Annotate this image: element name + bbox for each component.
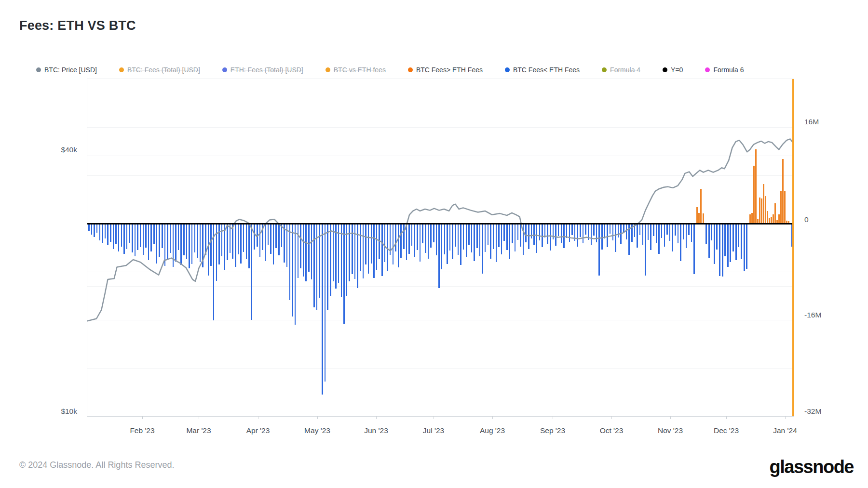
legend-dot-icon [326, 67, 330, 72]
x-axis-label: Feb '23 [130, 426, 154, 435]
right-axis-line [792, 79, 794, 416]
legend-item-eth-fees-total-usd[interactable]: ETH: Fees (Total) [USD] [222, 66, 303, 74]
legend-label: Formula 6 [713, 66, 744, 74]
legend-dot-icon [36, 67, 41, 72]
legend-item-btc-fees-eth-fees[interactable]: BTC Fees> ETH Fees [408, 66, 483, 74]
legend-dot-icon [602, 67, 607, 72]
chart-plot-area[interactable] [87, 79, 794, 417]
legend-label: BTC: Price [USD] [44, 66, 97, 74]
x-axis-tick [611, 416, 612, 419]
x-axis-label: Nov '23 [658, 426, 683, 435]
legend-dot-icon [705, 67, 710, 72]
x-axis-tick [726, 416, 727, 419]
y-axis-right-label: 0 [804, 215, 809, 224]
x-axis-tick [670, 416, 671, 419]
zero-reference-line [87, 223, 794, 224]
x-axis-tick [376, 416, 377, 419]
legend-item-y-0[interactable]: Y=0 [663, 66, 683, 74]
copyright-text: © 2024 Glassnode. All Rights Reserved. [19, 460, 174, 470]
legend-item-formula-4[interactable]: Formula 4 [602, 66, 640, 74]
x-axis-label: Aug '23 [480, 426, 505, 435]
y-axis-right-label: -16M [804, 311, 821, 319]
x-axis-tick [142, 416, 143, 419]
x-axis-label: Dec '23 [714, 426, 739, 435]
btc-price-line [87, 139, 794, 321]
legend-item-btc-vs-eth-fees[interactable]: BTC vs ETH fees [326, 66, 386, 74]
x-axis-tick [492, 416, 493, 419]
x-axis-label: Jan '24 [773, 426, 797, 435]
chart-legend: BTC: Price [USD]BTC: Fees (Total) [USD]E… [36, 66, 744, 74]
x-axis-label: Oct '23 [600, 426, 624, 435]
page-title: Fees: ETH VS BTC [19, 18, 136, 33]
x-axis-tick [258, 416, 258, 419]
x-axis-label: Mar '23 [186, 426, 211, 435]
x-axis-label: Sep '23 [540, 426, 565, 435]
legend-item-formula-6[interactable]: Formula 6 [705, 66, 744, 74]
x-axis-tick [317, 416, 318, 419]
x-axis-tick [553, 416, 553, 419]
legend-item-btc-fees-eth-fees[interactable]: BTC Fees< ETH Fees [505, 66, 580, 74]
legend-dot-icon [663, 67, 667, 72]
legend-label: BTC: Fees (Total) [USD] [127, 66, 200, 74]
x-axis-label: Jul '23 [423, 426, 444, 435]
y-axis-left-label: $10k [43, 407, 77, 416]
legend-dot-icon [222, 67, 227, 72]
glassnode-logo: glassnode [770, 457, 854, 477]
x-axis-label: May '23 [304, 426, 330, 435]
y-axis-right-label: -32M [804, 407, 821, 416]
legend-dot-icon [408, 67, 413, 72]
legend-label: BTC vs ETH fees [334, 66, 386, 74]
x-axis-tick [434, 416, 434, 419]
legend-label: BTC Fees< ETH Fees [513, 66, 580, 74]
legend-label: Y=0 [671, 66, 683, 74]
legend-label: BTC Fees> ETH Fees [416, 66, 483, 74]
x-axis-tick [785, 416, 786, 419]
legend-dot-icon [505, 67, 510, 72]
btc-price-line-layer [87, 79, 794, 416]
x-axis-tick [199, 416, 199, 419]
legend-label: Formula 4 [610, 66, 640, 74]
legend-item-btc-fees-total-usd[interactable]: BTC: Fees (Total) [USD] [119, 66, 200, 74]
glassnode-chart-page: Fees: ETH VS BTC BTC: Price [USD]BTC: Fe… [0, 0, 868, 488]
x-axis-label: Apr '23 [246, 426, 270, 435]
y-axis-left-label: $40k [43, 145, 77, 154]
legend-dot-icon [119, 67, 124, 72]
legend-label: ETH: Fees (Total) [USD] [231, 66, 303, 74]
legend-item-btc-price-usd[interactable]: BTC: Price [USD] [36, 66, 97, 74]
x-axis-label: Jun '23 [364, 426, 388, 435]
y-axis-right-label: 16M [804, 118, 819, 126]
